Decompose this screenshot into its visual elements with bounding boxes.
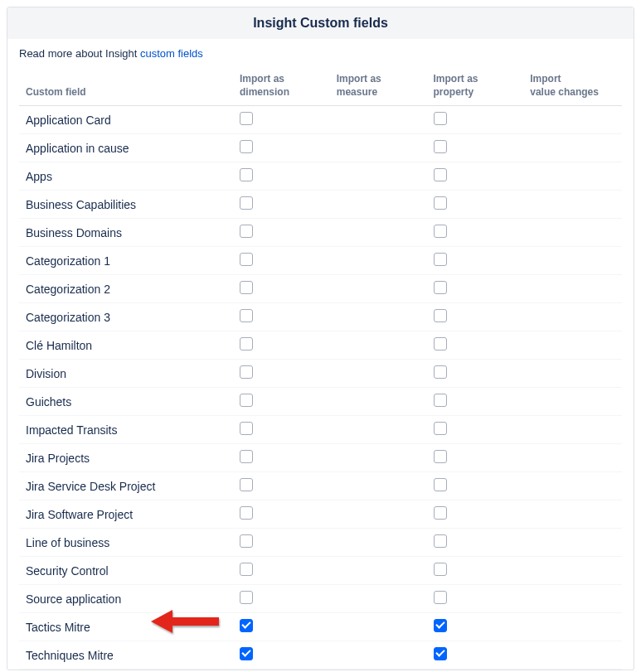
dimension-checkbox[interactable] <box>240 253 253 266</box>
property-checkbox[interactable] <box>434 450 447 463</box>
table-row: Jira Software Project <box>19 500 622 529</box>
table-row: Guichets <box>19 388 622 416</box>
dimension-cell <box>235 360 332 388</box>
property-checkbox[interactable] <box>434 478 447 491</box>
property-cell <box>429 191 526 219</box>
field-name: Application Card <box>26 114 111 127</box>
field-name-cell: Application in cause <box>19 134 235 162</box>
measure-cell <box>332 134 429 162</box>
property-cell <box>429 275 526 303</box>
dimension-checkbox[interactable] <box>240 168 253 181</box>
field-name-cell: Division <box>19 360 235 388</box>
dimension-checkbox[interactable] <box>240 394 253 407</box>
property-checkbox[interactable] <box>434 365 447 379</box>
field-name-cell: Techniques Mitre <box>19 641 235 670</box>
property-checkbox[interactable] <box>434 591 447 604</box>
property-cell <box>429 613 526 641</box>
changes-cell <box>525 444 622 472</box>
dimension-checkbox[interactable] <box>240 534 253 548</box>
field-name-cell: Application Card <box>19 106 235 134</box>
changes-cell <box>525 331 622 360</box>
dimension-checkbox[interactable] <box>240 196 253 210</box>
dimension-cell <box>235 247 332 275</box>
field-name-cell: Jira Service Desk Project <box>19 472 235 500</box>
col-import-dimension: Import as dimension <box>235 66 332 106</box>
dimension-checkbox[interactable] <box>240 506 253 520</box>
dimension-checkbox[interactable] <box>240 140 253 153</box>
dimension-checkbox[interactable] <box>240 112 253 125</box>
changes-cell <box>525 500 622 529</box>
dimension-cell <box>235 585 332 613</box>
field-name: Clé Hamilton <box>26 339 92 352</box>
measure-cell <box>332 472 429 500</box>
dimension-checkbox[interactable] <box>240 337 253 351</box>
table-row: Categorization 2 <box>19 275 622 303</box>
svg-marker-1 <box>151 610 172 633</box>
property-cell <box>429 444 526 472</box>
property-cell <box>429 529 526 557</box>
dimension-cell <box>235 134 332 162</box>
table-row: Jira Service Desk Project <box>19 472 622 500</box>
dimension-checkbox[interactable] <box>240 591 253 604</box>
property-checkbox[interactable] <box>434 422 447 435</box>
property-checkbox[interactable] <box>434 225 447 238</box>
col-custom-field: Custom field <box>19 66 235 106</box>
field-name: Business Capabilities <box>26 198 136 211</box>
property-cell <box>429 162 526 191</box>
field-name-cell: Jira Software Project <box>19 500 235 529</box>
dimension-checkbox[interactable] <box>240 281 253 294</box>
col-import-measure: Import as measure <box>332 66 429 106</box>
dimension-checkbox[interactable] <box>240 422 253 435</box>
table-row: Categorization 3 <box>19 303 622 331</box>
property-checkbox[interactable] <box>434 563 447 576</box>
col-import-value-changes: Import value changes <box>525 66 622 106</box>
field-name-cell: Tactics Mitre <box>19 613 235 641</box>
property-checkbox[interactable] <box>434 337 447 351</box>
dimension-checkbox[interactable] <box>240 225 253 238</box>
dimension-cell <box>235 500 332 529</box>
table-row: Categorization 1 <box>19 247 622 275</box>
dimension-checkbox[interactable] <box>240 365 253 379</box>
dimension-checkbox[interactable] <box>240 450 253 463</box>
property-checkbox[interactable] <box>434 647 447 660</box>
dimension-checkbox[interactable] <box>240 647 253 660</box>
dimension-cell <box>235 388 332 416</box>
dimension-checkbox[interactable] <box>240 309 253 322</box>
dimension-cell <box>235 641 332 670</box>
table-row: Application in cause <box>19 134 622 162</box>
intro-prefix: Read more about Insight <box>19 47 140 60</box>
field-name-cell: Categorization 2 <box>19 275 235 303</box>
property-checkbox[interactable] <box>434 112 447 125</box>
dimension-checkbox[interactable] <box>240 563 253 576</box>
dimension-cell <box>235 444 332 472</box>
field-name-cell: Jira Projects <box>19 444 235 472</box>
property-checkbox[interactable] <box>434 253 447 266</box>
property-checkbox[interactable] <box>434 619 447 632</box>
custom-fields-table: Custom field Import as dimension Import … <box>19 66 622 670</box>
property-checkbox[interactable] <box>434 140 447 153</box>
field-name-cell: Apps <box>19 162 235 191</box>
field-name: Categorization 3 <box>26 311 110 324</box>
measure-cell <box>332 641 429 670</box>
dimension-checkbox[interactable] <box>240 478 253 491</box>
field-name: Security Control <box>26 564 109 578</box>
property-checkbox[interactable] <box>434 534 447 548</box>
property-checkbox[interactable] <box>434 168 447 181</box>
changes-cell <box>525 472 622 500</box>
property-cell <box>429 500 526 529</box>
property-checkbox[interactable] <box>434 196 447 210</box>
property-checkbox[interactable] <box>434 309 447 322</box>
property-checkbox[interactable] <box>434 394 447 407</box>
changes-cell <box>525 529 622 557</box>
property-checkbox[interactable] <box>434 506 447 520</box>
dimension-checkbox[interactable] <box>240 619 253 632</box>
changes-cell <box>525 641 622 670</box>
field-name: Application in cause <box>26 142 129 155</box>
measure-cell <box>332 331 429 360</box>
property-cell <box>429 134 526 162</box>
property-checkbox[interactable] <box>434 281 447 294</box>
property-cell <box>429 360 526 388</box>
dimension-cell <box>235 162 332 191</box>
custom-fields-link[interactable]: custom fields <box>140 47 203 60</box>
changes-cell <box>525 134 622 162</box>
